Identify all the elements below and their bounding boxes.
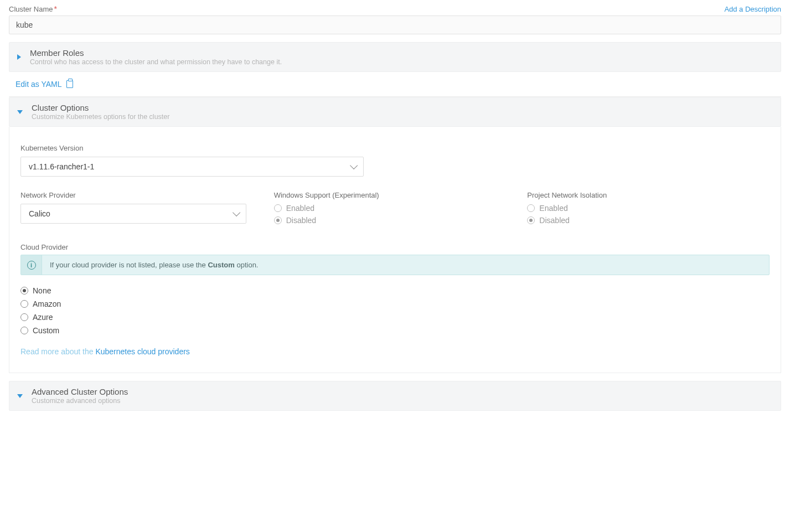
radio-icon: [527, 204, 535, 212]
cloud-provider-none-radio[interactable]: None: [20, 286, 770, 295]
cluster-name-input[interactable]: [9, 16, 781, 34]
advanced-options-sub: Customize advanced options: [32, 397, 128, 405]
advanced-options-title: Advanced Cluster Options: [32, 387, 128, 396]
info-text: If your cloud provider is not listed, pl…: [42, 255, 266, 275]
cluster-options-body: Kubernetes Version v1.11.6-rancher1-1 Ne…: [9, 127, 781, 373]
edit-as-yaml-label: Edit as YAML: [16, 80, 62, 89]
cluster-options-title: Cluster Options: [32, 103, 169, 112]
edit-as-yaml-link[interactable]: Edit as YAML: [9, 72, 781, 89]
cloud-provider-label: Cloud Provider: [20, 243, 68, 251]
cloud-provider-info-banner: i If your cloud provider is not listed, …: [20, 255, 770, 275]
required-indicator: *: [54, 4, 56, 13]
network-provider-select[interactable]: Calico: [20, 204, 246, 224]
chevron-right-icon: [17, 54, 21, 60]
cluster-options-header[interactable]: Cluster Options Customize Kubernetes opt…: [9, 97, 781, 127]
kube-version-label: Kubernetes Version: [20, 144, 83, 152]
radio-label: None: [33, 286, 51, 295]
project-net-iso-label: Project Network Isolation: [527, 191, 770, 199]
proj-iso-enabled-radio: Enabled: [527, 204, 770, 213]
radio-label: Custom: [33, 326, 59, 335]
member-roles-sub: Control who has access to the cluster an…: [30, 58, 282, 66]
info-icon-box: i: [21, 255, 42, 275]
info-icon: i: [27, 261, 36, 270]
cloud-provider-custom-radio[interactable]: Custom: [20, 326, 770, 335]
kube-version-select[interactable]: v1.11.6-rancher1-1: [20, 157, 364, 177]
chevron-down-icon: [17, 110, 23, 114]
clipboard-icon: [66, 80, 73, 88]
chevron-down-icon: [350, 162, 358, 169]
radio-label: Amazon: [33, 299, 61, 308]
info-text-prefix: If your cloud provider is not listed, pl…: [50, 261, 208, 269]
radio-label: Disabled: [286, 216, 316, 225]
radio-icon: [20, 327, 28, 334]
radio-label: Azure: [33, 313, 53, 322]
info-text-bold: Custom: [208, 261, 234, 269]
cluster-name-label: Cluster Name: [9, 5, 53, 13]
win-support-enabled-radio: Enabled: [274, 204, 517, 213]
network-provider-value: Calico: [29, 209, 50, 218]
windows-support-label: Windows Support (Experimental): [274, 191, 517, 199]
radio-icon: [527, 216, 535, 224]
kube-version-value: v1.11.6-rancher1-1: [29, 162, 94, 171]
radio-icon: [20, 313, 28, 321]
radio-label: Disabled: [539, 216, 569, 225]
win-support-disabled-radio: Disabled: [274, 216, 517, 225]
chevron-down-icon: [17, 394, 23, 398]
chevron-down-icon: [233, 209, 240, 216]
radio-label: Enabled: [539, 204, 567, 213]
radio-icon: [274, 216, 282, 224]
add-description-link[interactable]: Add a Description: [724, 5, 781, 13]
read-more-prefix: Read more about the: [20, 347, 95, 356]
radio-icon: [274, 204, 282, 212]
cloud-provider-amazon-radio[interactable]: Amazon: [20, 299, 770, 308]
network-provider-label: Network Provider: [20, 191, 263, 199]
member-roles-header[interactable]: Member Roles Control who has access to t…: [9, 42, 781, 72]
cloud-provider-read-more: Read more about the Kubernetes cloud pro…: [20, 347, 770, 356]
radio-icon: [20, 287, 28, 295]
proj-iso-disabled-radio: Disabled: [527, 216, 770, 225]
info-text-suffix: option.: [235, 261, 259, 269]
kubernetes-cloud-providers-link[interactable]: Kubernetes cloud providers: [95, 347, 189, 356]
member-roles-title: Member Roles: [30, 48, 282, 58]
advanced-options-header[interactable]: Advanced Cluster Options Customize advan…: [9, 381, 781, 411]
cluster-options-sub: Customize Kubernetes options for the clu…: [32, 113, 169, 121]
radio-label: Enabled: [286, 204, 314, 213]
radio-icon: [20, 300, 28, 308]
cloud-provider-azure-radio[interactable]: Azure: [20, 313, 770, 322]
